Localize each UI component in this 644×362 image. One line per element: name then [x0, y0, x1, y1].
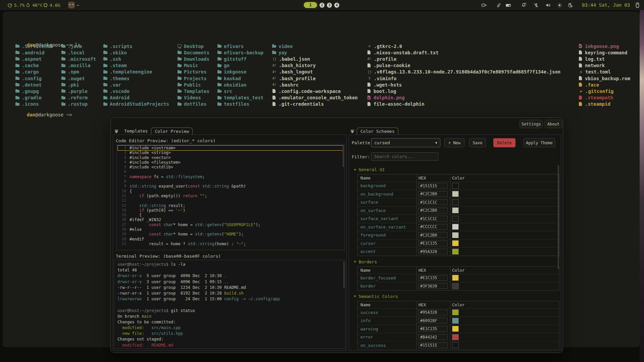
color-row[interactable]: on_background#C2C2B0 — [358, 190, 559, 198]
file-item[interactable]: go — [217, 62, 263, 69]
file-item[interactable]: .pulse-cookie — [367, 62, 560, 69]
color-swatch[interactable] — [452, 191, 459, 197]
file-item[interactable]: .icons — [15, 101, 53, 107]
file-item[interactable]: .wget-hsts — [367, 82, 560, 88]
color-row[interactable]: on_success#151515 — [358, 341, 559, 350]
color-row[interactable]: accent#95A328 — [358, 247, 559, 256]
file-item[interactable]: testfiles — [217, 101, 263, 107]
file-item[interactable]: efivars-backup — [217, 49, 263, 56]
about-button[interactable]: About — [545, 120, 562, 128]
color-swatch[interactable] — [452, 326, 459, 332]
file-item[interactable]: #!.profile — [367, 56, 560, 62]
file-item[interactable]: .ssh — [103, 56, 169, 62]
panel-scrollbar[interactable] — [558, 165, 559, 269]
file-item[interactable]: Pictures — [178, 69, 209, 75]
file-item[interactable]: .skiko — [103, 49, 169, 56]
hex-value-field[interactable]: #95A328 — [418, 310, 448, 315]
workspace-3[interactable]: 3 — [327, 3, 332, 8]
file-item[interactable]: .nuget — [61, 75, 96, 82]
color-swatch[interactable] — [452, 199, 459, 205]
color-row[interactable]: success#95A328 — [358, 308, 559, 317]
file-item[interactable]: .steam — [103, 62, 169, 69]
hex-value-field[interactable]: #95A328 — [418, 249, 448, 254]
color-row[interactable]: on_surface_variant#CCCCCC — [358, 223, 559, 231]
color-swatch[interactable] — [452, 240, 459, 246]
file-item[interactable]: .steampath — [579, 95, 630, 101]
color-swatch[interactable] — [452, 342, 459, 348]
hex-value-field[interactable]: #CCCCCC — [418, 224, 448, 230]
file-item[interactable]: Public — [178, 82, 209, 88]
night-light-off-icon[interactable] — [568, 3, 573, 8]
file-item[interactable]: #!.bash_logout — [272, 69, 358, 75]
hex-value-field[interactable]: #1C1C1C — [418, 199, 448, 205]
file-item[interactable]: obsidian — [217, 82, 263, 88]
color-row[interactable]: surface_variant#1C1C1C — [358, 214, 559, 223]
file-item[interactable]: Documents — [178, 49, 209, 56]
file-item[interactable]: .gnupg — [15, 88, 53, 94]
hex-value-field[interactable]: #151515 — [418, 183, 448, 189]
search-input[interactable]: Search colors... — [371, 152, 438, 161]
file-item[interactable]: keyring-command — [579, 49, 630, 56]
color-swatch[interactable] — [452, 318, 459, 324]
file-item[interactable]: Downloads — [178, 56, 209, 62]
color-swatch[interactable] — [452, 224, 459, 230]
file-item[interactable]: .dotnet — [15, 82, 53, 88]
file-item[interactable]: .emulator_console_auth_token — [272, 95, 358, 101]
file-item[interactable]: V.viminfo — [367, 75, 560, 82]
color-row[interactable]: info#60928F — [358, 316, 559, 325]
file-item[interactable]: Desktop — [178, 43, 209, 49]
file-item[interactable]: gitstuff — [217, 56, 263, 62]
file-item[interactable]: .gradle — [15, 95, 53, 101]
color-row[interactable]: border_focused#E1C135 — [358, 274, 559, 282]
screen-record-icon[interactable] — [481, 3, 487, 8]
tray-goose-icon[interactable] — [635, 2, 640, 8]
file-item[interactable]: ⚙.gtkrc-2.0 — [367, 43, 560, 49]
color-swatch[interactable] — [452, 249, 459, 255]
color-row[interactable]: error#B44242 — [358, 333, 559, 341]
color-row[interactable]: border#3F3639 — [358, 282, 559, 290]
workspace-4[interactable]: 4 — [334, 3, 339, 8]
color-row[interactable]: background#151515 — [358, 182, 559, 190]
palette-dropdown[interactable]: cursed ▼ — [371, 138, 440, 147]
notification-bell-icon[interactable] — [521, 2, 527, 8]
workspace-indicator[interactable]: ~ — [68, 0, 79, 10]
color-swatch[interactable] — [452, 216, 459, 222]
hex-value-field[interactable]: #E1C135 — [418, 326, 448, 332]
color-row[interactable]: surface#1C1C1C — [358, 198, 559, 206]
section-header[interactable]: ▼Semantic Colors — [354, 294, 561, 299]
terminal-preview[interactable]: user@host:~/projects$ ls -latotal 48drwx… — [114, 260, 346, 349]
file-item[interactable]: .vscode — [103, 88, 169, 94]
color-swatch[interactable] — [452, 334, 459, 340]
color-row[interactable]: cursor#E1C135 — [358, 239, 559, 248]
file-item[interactable]: .android — [15, 49, 53, 56]
file-item[interactable]: network — [579, 62, 630, 69]
volume-icon[interactable] — [545, 3, 551, 8]
file-item[interactable]: .local — [61, 49, 96, 56]
file-item[interactable]: AndroidStudioProjects — [103, 101, 169, 107]
bluetooth-off-icon[interactable] — [534, 3, 539, 8]
notebook-menu-icon[interactable] — [350, 129, 355, 134]
hex-value-field[interactable]: #C2C2B0 — [418, 208, 448, 213]
file-item[interactable]: boot.log — [367, 88, 560, 94]
hex-value-field[interactable]: #E1C135 — [418, 241, 448, 246]
file-item[interactable]: .aspnet — [15, 56, 53, 62]
file-item[interactable]: Templates — [178, 88, 209, 94]
color-swatch[interactable] — [452, 283, 459, 289]
hex-value-field[interactable]: #C2C2B0 — [418, 232, 448, 238]
delete-button[interactable]: Delete — [493, 138, 515, 147]
apply-theme-button[interactable]: Apply Theme — [524, 138, 555, 147]
file-item[interactable]: .git-credentials — [272, 101, 358, 107]
color-swatch[interactable] — [452, 309, 459, 315]
hex-value-field[interactable]: #B44242 — [418, 334, 448, 340]
file-item[interactable]: .config — [15, 75, 53, 82]
file-item[interactable]: #!.bashrc — [272, 82, 358, 88]
code-editor-preview[interactable]: 1#include <iostream>2#include <string>3#… — [116, 144, 345, 250]
editor-scrollbar[interactable] — [343, 146, 344, 167]
file-item[interactable]: .java — [61, 43, 96, 49]
file-item[interactable]: inkgoose.png — [579, 43, 630, 49]
file-item[interactable]: .steampid — [579, 101, 630, 107]
file-item[interactable]: src — [217, 88, 263, 94]
color-swatch[interactable] — [452, 183, 459, 189]
file-item[interactable]: video — [272, 43, 358, 49]
color-swatch[interactable] — [452, 207, 459, 213]
